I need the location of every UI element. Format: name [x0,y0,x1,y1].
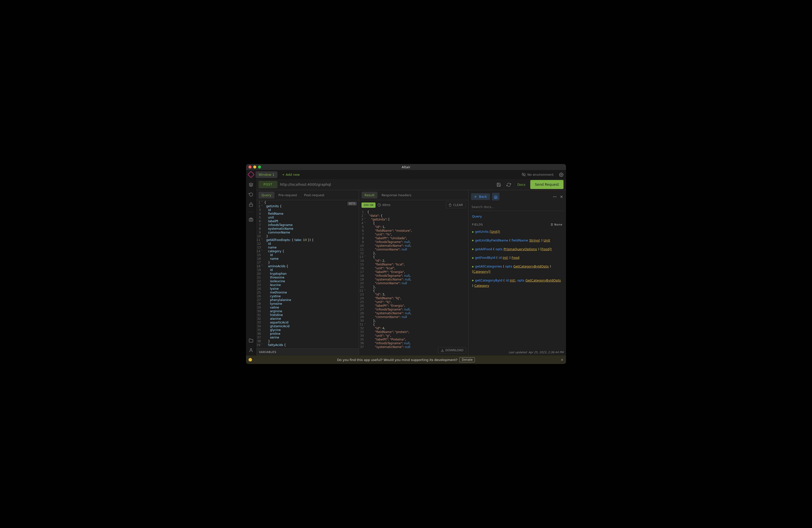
svg-point-10 [554,196,555,197]
banner-close-button[interactable]: ✕ [561,358,564,362]
svg-point-9 [553,196,554,197]
url-bar: POST Docs Send Request [256,179,566,190]
docs-field-getAllFood[interactable]: getAllFood ( opts PrismaQueryOptions ) [… [472,247,563,252]
sidebar-item-account[interactable] [249,348,253,353]
tab-prerequest[interactable]: Pre-request [276,192,300,199]
svg-marker-2 [249,183,253,185]
sidebar-item-auth[interactable] [249,202,253,207]
environment-selector[interactable]: No environment [522,173,553,176]
workspace-tabbar: Window 1 + Add new No environment [246,170,566,179]
docs-field-getCategoryById[interactable]: getCategoryById ( id Int!, opts GetCateg… [472,278,563,289]
docs-field-getFoodById[interactable]: getFoodById ( id Int! ) Food [472,255,563,261]
sidebar-item-history[interactable] [249,192,253,197]
support-banner: Do you find this app useful? Would you m… [246,355,566,364]
workspace-tab-window1[interactable]: Window 1 [256,171,277,178]
titlebar: Altair [246,164,566,170]
sidebar-item-schema[interactable] [249,182,253,187]
status-badge: 200 OK [362,203,376,208]
query-editor[interactable]: 1 ˅ 2 ˅ 3 4 5 6 7 8 9 10 11 ˅ 12 13 14 ˅… [256,200,359,349]
docs-back-button[interactable]: Back [471,193,490,200]
sidebar-item-collections[interactable] [249,217,253,222]
donate-button[interactable]: Donate [460,357,475,362]
minimize-window-button[interactable] [253,165,256,168]
docs-field-getUnits[interactable]: getUnits [Unit]! [472,229,563,235]
send-request-button[interactable]: Send Request [530,180,564,189]
docs-home-button[interactable] [492,193,499,201]
window-title: Altair [402,165,410,169]
variables-section[interactable]: VARIABLES [256,349,359,355]
result-viewer[interactable]: 1 2 ˅ 3 ˅ 4 ˅ 5 6 7 8 9 10 11 12 13 ˅ 14… [359,210,468,355]
svg-rect-4 [249,219,253,221]
response-time: 49ms [377,203,390,207]
svg-point-5 [250,349,252,350]
tab-response-headers[interactable]: Response headers [378,192,414,199]
svg-point-11 [556,196,556,197]
docs-panel: Back Query [468,190,566,355]
docs-link[interactable]: Docs [518,183,525,187]
settings-button[interactable] [559,172,564,177]
docs-query-link[interactable]: Query [472,215,563,218]
environment-label: No environment [527,173,553,176]
docs-field-getAllCategories[interactable]: getAllCategories ( opts GetCategoryByIdO… [472,264,563,275]
tab-result[interactable]: Result [362,192,377,199]
save-request-button[interactable] [495,180,503,189]
svg-rect-3 [249,204,253,206]
docs-field-getUnitByFieldName[interactable]: getUnitByFieldName ( fieldName String! )… [472,238,563,243]
result-panel: Result Response headers 200 OK 49ms CLEA… [359,190,468,355]
docs-close-button[interactable] [560,194,564,199]
tab-postrequest[interactable]: Post-request [301,192,327,199]
download-button[interactable]: DOWNLOAD [438,347,466,353]
warning-icon [248,358,252,362]
url-input[interactable] [280,182,493,187]
tab-query[interactable]: Query [259,192,275,199]
docs-search-input[interactable] [471,203,564,211]
http-method-button[interactable]: POST [259,181,277,188]
docs-more-button[interactable] [552,194,557,199]
docs-filter-button[interactable]: None [550,223,563,226]
support-message: Do you find this app useful? Would you m… [337,358,457,362]
response-time-value: 49ms [382,203,390,207]
close-window-button[interactable] [248,165,251,168]
last-updated: Last updated: Apr 25, 2023, 2:36:44 PM [468,349,566,355]
query-panel: Query Pre-request Post-request BETA 1 ˅ … [256,190,359,355]
sidebar [246,179,256,355]
maximize-window-button[interactable] [258,165,261,168]
clear-button[interactable]: CLEAR [446,202,466,208]
docs-fields-header: FIELDS [472,223,483,226]
sidebar-item-files[interactable] [249,338,253,343]
svg-point-1 [561,174,562,176]
add-window-button[interactable]: + Add new [279,171,302,178]
altair-logo-icon [247,171,255,178]
reload-schema-button[interactable] [505,180,512,189]
